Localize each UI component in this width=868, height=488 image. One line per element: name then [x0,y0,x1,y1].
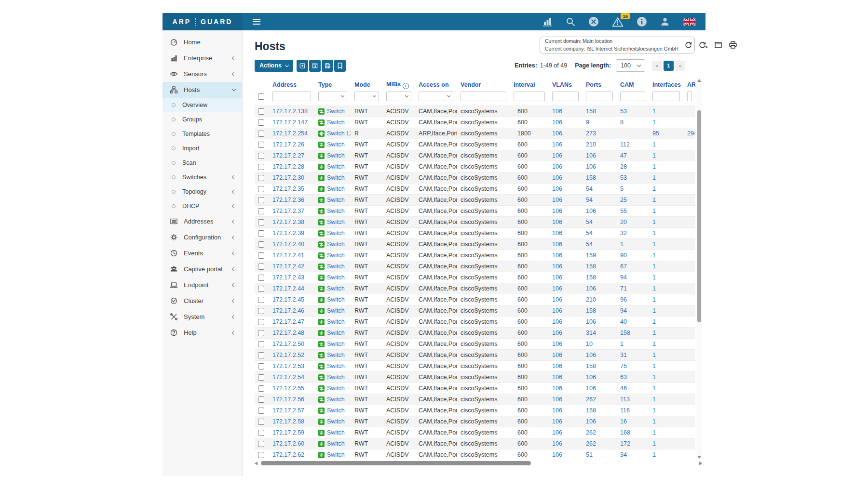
interfaces-link[interactable]: 1 [652,252,656,259]
cam-link[interactable]: 112 [620,141,630,148]
row-checkbox[interactable] [258,352,264,358]
column-label[interactable]: Mode [354,81,370,88]
row-checkbox[interactable] [258,297,264,303]
interfaces-link[interactable]: 1 [652,341,656,347]
ports-link[interactable]: 54 [586,230,593,237]
address-link[interactable]: 172.17.2.59 [272,429,304,436]
ports-link[interactable]: 210 [586,296,596,303]
ports-link[interactable]: 106 [586,352,596,358]
column-label[interactable]: Address [272,81,297,88]
ports-link[interactable]: 54 [586,219,593,225]
row-checkbox[interactable] [258,153,264,159]
cam-link[interactable]: 1 [620,341,624,347]
type-link[interactable]: Switch [327,451,345,458]
cam-link[interactable]: 16 [620,418,627,425]
address-link[interactable]: 172.17.2.26 [272,141,304,148]
address-link[interactable]: 172.17.2.54 [272,374,304,381]
interfaces-link[interactable]: 1 [652,241,656,248]
cam-link[interactable]: 67 [620,263,627,270]
language-flag-uk[interactable] [683,18,696,26]
refresh-auto-icon[interactable]: s [699,41,708,49]
type-link[interactable]: Switch [327,352,345,358]
type-link[interactable]: Switch [327,407,345,414]
page-length-select[interactable]: 100 [616,59,645,72]
sidebar-item-addresses[interactable]: Addresses [163,213,242,229]
sidebar-item-scan[interactable]: Scan [163,156,242,170]
cam-link[interactable]: 8 [620,119,624,126]
type-link[interactable]: Switch [327,241,345,248]
scroll-left-arrow[interactable] [255,462,258,465]
ports-link[interactable]: 106 [586,208,596,214]
mode-filter-select[interactable] [354,92,379,101]
row-checkbox[interactable] [258,452,264,458]
interfaces-link[interactable]: 95 [652,130,659,137]
vertical-scrollbar[interactable] [696,78,702,460]
ports-link[interactable]: 54 [586,241,593,248]
cam-link[interactable]: 28 [620,163,627,170]
address-link[interactable]: 172.17.2.254 [272,130,308,137]
cam-link[interactable]: 5 [620,185,624,192]
type-link[interactable]: Switch [327,429,345,436]
vlans-link[interactable]: 106 [552,208,562,214]
type-link[interactable]: Switch [327,396,345,403]
vlans-link[interactable]: 106 [552,152,562,159]
address-link[interactable]: 172.17.2.28 [272,163,304,170]
ports-link[interactable]: 273 [586,130,596,137]
column-label[interactable]: Vendor [461,81,481,88]
column-label[interactable]: Interfaces [652,81,681,88]
row-checkbox[interactable] [258,419,264,425]
vlans-link[interactable]: 106 [552,252,562,259]
row-checkbox[interactable] [258,186,264,192]
cam-link[interactable]: 96 [620,296,627,303]
search-icon[interactable] [566,17,575,26]
address-link[interactable]: 172.17.2.56 [272,396,304,403]
interfaces-link[interactable]: 1 [652,285,656,292]
sidebar-item-topology[interactable]: Topology [163,185,242,199]
ports-link[interactable]: 158 [586,307,596,314]
vlans-link[interactable]: 106 [552,385,562,392]
vlans-link[interactable]: 106 [552,330,562,336]
type-link[interactable]: Switch [327,418,345,425]
vlans-link[interactable]: 106 [552,108,562,115]
cam-link[interactable]: 94 [620,307,627,314]
vlans-link[interactable]: 106 [552,418,562,425]
cam-link[interactable]: 55 [620,208,627,214]
ports-link[interactable]: 106 [586,152,596,159]
sidebar-item-dhcp[interactable]: DHCP [163,199,242,213]
cam-link[interactable]: 90 [620,252,627,259]
vlans-link[interactable]: 106 [552,374,562,381]
horizontal-scrollbar[interactable] [255,461,702,467]
vlans-link[interactable]: 106 [552,241,562,248]
type-link[interactable]: Switch [327,197,345,203]
type-link[interactable]: Switch [327,263,345,270]
cam-link[interactable]: 32 [620,230,627,237]
interfaces-link[interactable]: 1 [652,440,656,447]
cam-link[interactable]: 53 [620,174,627,181]
ports-link[interactable]: 210 [586,141,596,148]
user-icon[interactable] [660,17,670,26]
ports-link[interactable]: 54 [586,197,593,203]
address-link[interactable]: 172.17.2.48 [272,330,304,336]
interfaces-link[interactable]: 1 [652,296,656,303]
row-checkbox[interactable] [258,230,264,237]
row-checkbox[interactable] [258,286,264,292]
row-checkbox[interactable] [258,374,264,381]
ports-link[interactable]: 106 [586,374,596,381]
add-button[interactable] [297,60,308,72]
cam-link[interactable]: 53 [620,108,627,115]
row-checkbox[interactable] [258,319,264,325]
type-link[interactable]: Switch [327,285,345,292]
address-link[interactable]: 172.17.2.53 [272,363,304,369]
cam-link[interactable]: 31 [620,352,627,358]
info-icon[interactable] [637,16,647,27]
row-checkbox[interactable] [258,275,264,281]
vertical-scroll-thumb[interactable] [697,110,701,322]
address-link[interactable]: 172.17.2.39 [272,230,304,237]
ports-link[interactable]: 106 [586,418,596,425]
address-link[interactable]: 172.17.2.38 [272,219,304,225]
row-checkbox[interactable] [258,219,264,225]
cam-link[interactable]: 63 [620,374,627,381]
cam-link[interactable]: 94 [620,274,627,281]
print-icon[interactable] [729,41,737,49]
cam-link[interactable]: 25 [620,197,627,203]
